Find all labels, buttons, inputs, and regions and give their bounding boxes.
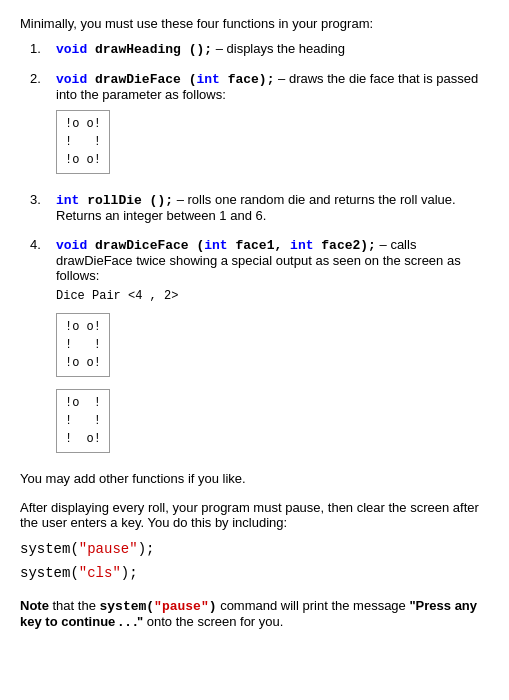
kw-int-4a: int — [204, 238, 227, 253]
func-body-4: void drawDiceFace (int face1, int face2)… — [56, 237, 489, 457]
you-may-section: You may add other functions if you like. — [20, 471, 489, 486]
func-body-2: void drawDieFace (int face); – draws the… — [56, 71, 489, 178]
func-num-3: 3. — [30, 192, 50, 223]
func-name-4: drawDiceFace ( — [87, 238, 204, 253]
func-param-2: face); — [220, 72, 275, 87]
you-may-text: You may add other functions if you like. — [20, 471, 489, 486]
function-item-4: 4. void drawDiceFace (int face1, int fac… — [30, 237, 489, 457]
dice-pair-bottom-row-3: ! o! — [65, 430, 101, 448]
intro-text: Minimally, you must use these four funct… — [20, 16, 489, 31]
func-name-1: drawHeading (); — [87, 42, 212, 57]
func-name-3: rollDie (); — [79, 193, 173, 208]
note-text-3: onto the screen for you. — [143, 614, 283, 629]
dice-pair-label: Dice Pair <4 , 2> — [56, 289, 489, 303]
dice-pair-bottom-row-2: ! ! — [65, 412, 101, 430]
system-str-pause: "pause" — [79, 541, 138, 557]
function-item-3: 3. int rollDie (); – rolls one random di… — [30, 192, 489, 223]
kw-int-4b: int — [290, 238, 313, 253]
kw-void-2: void — [56, 72, 87, 87]
die-face-4-row-3: !o o! — [65, 151, 101, 169]
note-inline-code: system("pause") — [99, 599, 216, 614]
die-face-4-row-2: ! ! — [65, 133, 101, 151]
func-num-4: 4. — [30, 237, 50, 457]
system-line-1: system("pause"); — [20, 538, 489, 562]
func-dash-1: – — [216, 41, 223, 56]
note-code-str: "pause" — [154, 599, 209, 614]
note-text-1: that the — [49, 598, 100, 613]
func-dash-3: – — [177, 192, 184, 207]
die-face-4-block: !o o! ! ! !o o! — [56, 110, 110, 174]
function-list: 1. void drawHeading (); – displays the h… — [30, 41, 489, 457]
after-display-section: After displaying every roll, your progra… — [20, 500, 489, 530]
function-item-2: 2. void drawDieFace (int face); – draws … — [30, 71, 489, 178]
note-paragraph: Note that the system("pause") command wi… — [20, 598, 489, 629]
note-section: Note that the system("pause") command wi… — [20, 598, 489, 629]
system-line-2: system("cls"); — [20, 562, 489, 586]
func-dash-4: – — [380, 237, 387, 252]
dice-pair-top-row-1: !o o! — [65, 318, 101, 336]
function-item-1: 1. void drawHeading (); – displays the h… — [30, 41, 489, 57]
dice-pair-top-row-2: ! ! — [65, 336, 101, 354]
dice-pair-top-row-3: !o o! — [65, 354, 101, 372]
func-name-2: drawDieFace ( — [87, 72, 196, 87]
after-display-text: After displaying every roll, your progra… — [20, 500, 489, 530]
func-desc-1: displays the heading — [223, 41, 345, 56]
dice-pair-top-block: !o o! ! ! !o o! — [56, 313, 110, 377]
die-face-4-row-1: !o o! — [65, 115, 101, 133]
func-num-1: 1. — [30, 41, 50, 57]
func-num-2: 2. — [30, 71, 50, 178]
func-param-4b: face2); — [313, 238, 375, 253]
kw-int-2: int — [196, 72, 219, 87]
kw-void-4: void — [56, 238, 87, 253]
dice-pair-bottom-block: !o ! ! ! ! o! — [56, 389, 110, 453]
system-code-block: system("pause"); system("cls"); — [20, 538, 489, 586]
system-str-cls: "cls" — [79, 565, 121, 581]
func-body-3: int rollDie (); – rolls one random die a… — [56, 192, 489, 223]
func-body-1: void drawHeading (); – displays the head… — [56, 41, 489, 57]
dice-pair-bottom-row-1: !o ! — [65, 394, 101, 412]
kw-void-1: void — [56, 42, 87, 57]
kw-int-3: int — [56, 193, 79, 208]
note-bold-label: Note — [20, 598, 49, 613]
func-param-4a: face1, — [228, 238, 290, 253]
note-text-2: command will print the message — [217, 598, 410, 613]
